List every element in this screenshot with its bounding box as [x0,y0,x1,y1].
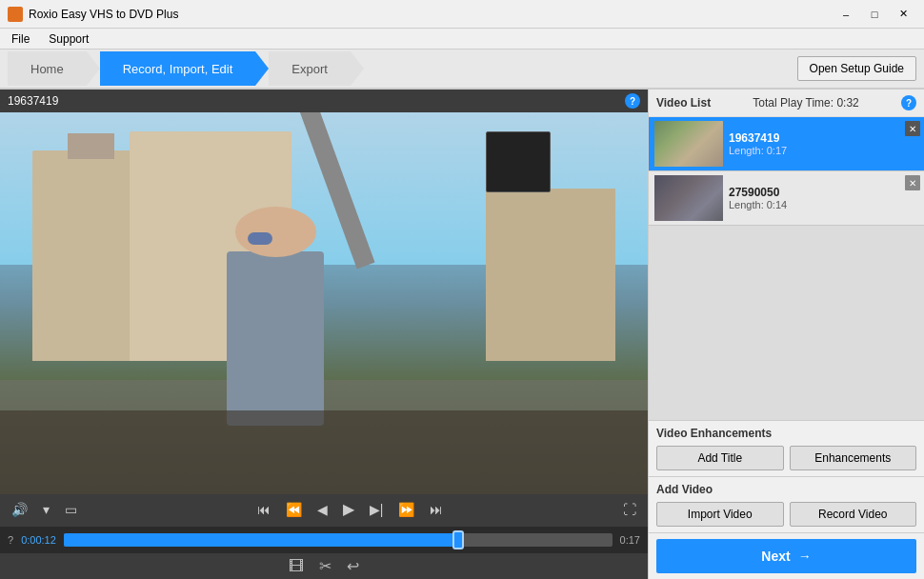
timeline-bar-wrapper[interactable] [64,530,613,549]
add-video-btn-row: Import Video Record Video [656,502,916,527]
video-item-close-2[interactable]: ✕ [905,175,920,190]
tab-record-import-edit[interactable]: Record, Import, Edit [100,51,256,86]
person-body [227,251,324,425]
skip-to-end-button[interactable]: ⏭ [426,501,447,518]
crop-icon[interactable]: ✂ [319,557,331,575]
next-label: Next [761,549,790,564]
video-item-length-2: Length: 0:14 [729,199,913,210]
next-section: Next → [649,532,924,579]
skip-to-start-button[interactable]: ⏮ [253,501,274,518]
tab-home[interactable]: Home [8,51,87,86]
video-list: 19637419 Length: 0:17 ✕ 27590050 Length:… [649,117,924,420]
minimize-button[interactable]: – [833,5,859,24]
enhancements-btn-row: Add Title Enhancements [656,446,916,470]
timeline-progress[interactable] [64,533,459,547]
crowd [0,410,648,494]
video-list-item-2[interactable]: 27590050 Length: 0:14 ✕ [649,171,924,226]
nav-bar: Home Record, Import, Edit Export Open Se… [0,50,924,90]
panel-help-icon[interactable]: ? [901,95,916,110]
open-setup-guide-button[interactable]: Open Setup Guide [797,56,916,81]
volume-button[interactable]: 🔊 [8,501,31,518]
menu-bar: File Support [0,29,924,50]
step-forward-button[interactable]: ▶| [366,501,388,518]
total-play-time: Total Play Time: 0:32 [753,96,858,110]
enhancements-section: Video Enhancements Add Title Enhancement… [649,420,924,476]
timeline-thumb[interactable] [452,530,464,549]
timeline-area: ? 0:00:12 0:17 [0,527,648,553]
volume-dropdown-button[interactable]: ▾ [39,501,53,518]
video-thumb-1 [654,121,723,167]
maximize-button[interactable]: □ [861,5,888,24]
aspect-ratio-button[interactable]: ▭ [61,501,81,518]
video-help-icon[interactable]: ? [625,93,640,109]
timeline-help-icon[interactable]: ? [8,534,13,546]
controls-row: 🔊 ▾ ▭ ⏮ ⏪ ◀ ▶ ▶| ⏩ ⏭ ⛶ [8,500,640,519]
add-video-title: Add Video [656,483,916,496]
person-figure [194,177,356,426]
video-section: 19637419 ? [0,90,648,579]
forward-fast-button[interactable]: ⏩ [394,501,418,518]
menu-file[interactable]: File [4,30,37,48]
video-frame [0,112,648,494]
video-item-close-1[interactable]: ✕ [905,121,920,136]
add-video-section: Add Video Import Video Record Video [649,476,924,532]
right-panel: Video List Total Play Time: 0:32 ? 19637… [648,90,924,579]
video-item-info-1: 19637419 Length: 0:17 [723,131,918,156]
app-title: Roxio Easy VHS to DVD Plus [29,8,178,21]
video-player [0,112,648,494]
video-list-title: Video List [656,96,711,110]
enhancements-button[interactable]: Enhancements [790,446,917,470]
film-strip-icon[interactable]: 🎞 [289,558,304,575]
sunglasses [248,232,272,245]
close-button[interactable]: ✕ [890,5,916,24]
title-bar-left: Roxio Easy VHS to DVD Plus [8,7,178,22]
panel-header: Video List Total Play Time: 0:32 ? [649,90,924,117]
menu-support[interactable]: Support [41,30,96,48]
building-3 [486,189,615,360]
bottom-tools: 🎞 ✂ ↩ [0,553,648,579]
video-title: 19637419 [8,94,58,108]
main-area: 19637419 ? [0,90,924,579]
video-controls: 🔊 ▾ ▭ ⏮ ⏪ ◀ ▶ ▶| ⏩ ⏭ ⛶ [0,494,648,527]
video-item-info-2: 27590050 Length: 0:14 [723,186,918,210]
video-thumb-2 [654,175,723,221]
import-video-button[interactable]: Import Video [656,502,784,527]
rewind-fast-button[interactable]: ⏪ [282,501,306,518]
step-back-button[interactable]: ◀ [313,501,331,518]
next-arrow-icon: → [798,549,812,564]
title-bar-controls: – □ ✕ [833,5,916,24]
current-time-label: 0:00:12 [21,534,56,546]
title-bar: Roxio Easy VHS to DVD Plus – □ ✕ [0,0,924,29]
tab-export[interactable]: Export [269,51,351,86]
video-header: 19637419 ? [0,90,648,112]
undo-icon[interactable]: ↩ [347,557,359,575]
video-list-item-1[interactable]: 19637419 Length: 0:17 ✕ [649,117,924,171]
add-title-button[interactable]: Add Title [656,446,784,470]
video-item-length-1: Length: 0:17 [729,145,913,156]
end-time-label: 0:17 [620,534,640,546]
record-video-button[interactable]: Record Video [790,502,917,527]
play-button[interactable]: ▶ [339,500,358,519]
person-head [235,207,316,256]
timeline-bar[interactable] [64,533,613,547]
fullscreen-button[interactable]: ⛶ [619,501,640,518]
video-item-name-1: 19637419 [729,131,913,145]
video-item-name-2: 27590050 [729,186,913,199]
next-button[interactable]: Next → [656,539,916,573]
app-icon [8,7,23,22]
enhancements-title: Video Enhancements [656,427,916,440]
phone [486,131,551,192]
